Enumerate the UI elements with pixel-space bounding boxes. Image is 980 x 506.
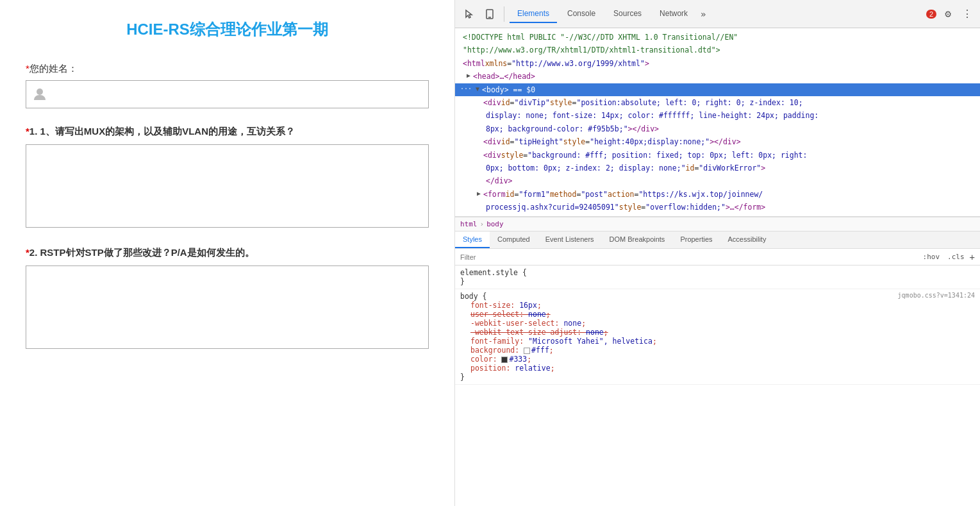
- tab-network[interactable]: Network: [652, 5, 695, 23]
- name-label-text: 您的姓名：: [29, 63, 78, 74]
- css-rule-body: body { jqmobo.css?v=1341:24 font-size: 1…: [455, 289, 980, 385]
- more-options-icon[interactable]: ⋮: [959, 6, 975, 22]
- dom-line-head[interactable]: <head>…</head>: [455, 70, 980, 83]
- dom-line-body[interactable]: ··· <body> == $0: [455, 83, 980, 96]
- devtools-topbar: Elements Console Sources Network » 2 ⚙ ⋮: [455, 0, 980, 28]
- dom-line-divtip3[interactable]: 8px; background-color: #f95b5b;"></div>: [455, 122, 980, 135]
- dom-line-divworkerror3[interactable]: </div>: [455, 174, 980, 187]
- css-prop-webkit-textsizeadjust: -webkit-text-size-adjust: none;: [460, 328, 975, 337]
- css-source-body[interactable]: jqmobo.css?v=1341:24: [898, 292, 975, 299]
- dom-line-1[interactable]: <!DOCTYPE html PUBLIC "-//W3C//DTD XHTML…: [455, 31, 980, 44]
- name-label: *您的姓名：: [26, 63, 429, 75]
- filter-bar: :hov .cls +: [455, 249, 980, 266]
- dom-line-divworkerror[interactable]: <div style="background: #fff; position: …: [455, 149, 980, 162]
- cursor-icon[interactable]: [460, 5, 478, 23]
- devtools-breadcrumb: html › body: [455, 217, 980, 232]
- breadcrumb-body[interactable]: body: [486, 220, 504, 228]
- dom-line-form2[interactable]: processjq.ashx?curid=92405091" style="ov…: [455, 201, 980, 214]
- page-title: HCIE-RS综合理论作业第一期: [26, 19, 429, 40]
- q2-label: *2. RSTP针对STP做了那些改进？P/A是如何发生的。: [26, 245, 429, 260]
- name-input[interactable]: [26, 80, 429, 108]
- dom-line-3[interactable]: <html xmlns="http://www.w3.org/1999/xhtm…: [455, 57, 980, 70]
- filter-cls-button[interactable]: .cls: [945, 251, 967, 262]
- q2-text: 2. RSTP针对STP做了那些改进？P/A是如何发生的。: [29, 247, 254, 258]
- q2-textarea[interactable]: [26, 266, 429, 349]
- css-rule-element-style: element.style { }: [455, 266, 980, 289]
- dom-line-form[interactable]: <form id="form1" method="post" action="h…: [455, 188, 980, 201]
- dom-line-tipheight[interactable]: <div id="tipHeight" style="height:40px;d…: [455, 135, 980, 148]
- breadcrumb-html[interactable]: html: [460, 220, 478, 228]
- filter-hov-button[interactable]: :hov: [920, 251, 943, 262]
- dom-tree[interactable]: <!DOCTYPE html PUBLIC "-//W3C//DTD XHTML…: [455, 28, 980, 217]
- settings-icon[interactable]: ⚙: [940, 6, 956, 22]
- color-swatch[interactable]: [501, 357, 508, 363]
- filter-add-button[interactable]: +: [970, 252, 975, 262]
- triangle-head[interactable]: [465, 71, 472, 81]
- css-prop-background: background: #fff;: [460, 346, 975, 355]
- triangle-form[interactable]: [476, 189, 482, 199]
- subtab-accessibility[interactable]: Accessibility: [720, 232, 774, 248]
- devtools-right-icons: 2 ⚙ ⋮: [926, 6, 975, 22]
- css-selector-body: body {: [460, 292, 487, 301]
- css-brace-close-1: }: [460, 277, 465, 286]
- svg-point-0: [37, 89, 43, 95]
- filter-input[interactable]: [460, 253, 918, 261]
- dom-tag-html: <html: [463, 58, 485, 69]
- css-prop-position: position: relative;: [460, 364, 975, 373]
- dom-line-divworkerror2[interactable]: 0px; bottom: 0px; z-index: 2; display: n…: [455, 162, 980, 174]
- q1-text: 1. 1、请写出MUX的架构，以及辅助VLAN的用途，互访关系？: [29, 126, 295, 137]
- left-panel: HCIE-RS综合理论作业第一期 *您的姓名： *1. 1、请写出MUX的架构，…: [0, 0, 455, 506]
- css-prop-fontsize: font-size: 16px;: [460, 301, 975, 310]
- user-icon: [33, 87, 47, 101]
- more-tabs-button[interactable]: »: [701, 9, 706, 19]
- styles-subtabs: Styles Computed Event Listeners DOM Brea…: [455, 232, 980, 249]
- devtools-panel: Elements Console Sources Network » 2 ⚙ ⋮…: [455, 0, 980, 506]
- subtab-event-listeners[interactable]: Event Listeners: [538, 232, 602, 248]
- q1-textarea[interactable]: [26, 144, 429, 228]
- device-icon[interactable]: [481, 5, 499, 23]
- css-prop-webkit-userselect: -webkit-user-select: none;: [460, 319, 975, 328]
- css-prop-color: color: #333;: [460, 355, 975, 364]
- css-prop-userselect: user-select: none;: [460, 310, 975, 319]
- css-selector-element: element.style {: [460, 268, 527, 277]
- breadcrumb-sep-1: ›: [480, 220, 485, 228]
- tab-console[interactable]: Console: [560, 5, 603, 23]
- css-prop-fontfamily: font-family: "Microsoft Yahei", helvetic…: [460, 337, 975, 346]
- subtab-dom-breakpoints[interactable]: DOM Breakpoints: [602, 232, 673, 248]
- subtab-properties[interactable]: Properties: [672, 232, 720, 248]
- dom-comment-1: <!DOCTYPE html PUBLIC "-//W3C//DTD XHTML…: [463, 31, 738, 43]
- triangle-body[interactable]: [474, 84, 481, 94]
- divider-1: [504, 6, 504, 22]
- q1-label: *1. 1、请写出MUX的架构，以及辅助VLAN的用途，互访关系？: [26, 124, 429, 139]
- tab-elements[interactable]: Elements: [510, 5, 557, 23]
- subtab-styles[interactable]: Styles: [455, 232, 490, 248]
- styles-panel: element.style { } body { jqmobo.css?v=13…: [455, 266, 980, 506]
- bg-color-swatch[interactable]: [524, 348, 530, 354]
- dom-line-divtip2[interactable]: display: none; font-size: 14px; color: #…: [455, 109, 980, 122]
- dom-line-divtip[interactable]: <div id="divTip" style="position:absolut…: [455, 96, 980, 109]
- error-badge: 2: [926, 10, 936, 19]
- subtab-computed[interactable]: Computed: [490, 232, 538, 248]
- css-brace-close-2: }: [460, 373, 465, 382]
- dom-line-2[interactable]: "http://www.w3.org/TR/xhtml1/DTD/xhtml1-…: [455, 44, 980, 56]
- tab-sources[interactable]: Sources: [606, 5, 649, 23]
- dom-comment-2: "http://www.w3.org/TR/xhtml1/DTD/xhtml1-…: [463, 44, 720, 56]
- dots-indicator: ···: [460, 84, 472, 94]
